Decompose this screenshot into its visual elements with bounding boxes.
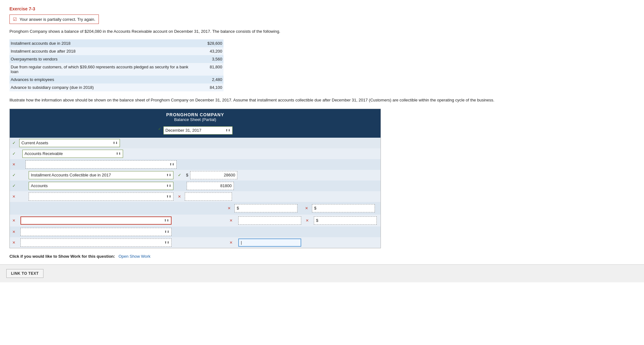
inst-value-check: ✓ (178, 173, 184, 177)
empty3-spinner-icon: ⬆⬇ (164, 230, 169, 233)
date-dropdown[interactable]: December 31, 2017 ⬆⬇ (163, 126, 233, 135)
accounts-check: ✓ (12, 183, 18, 188)
data-value-2: 43,200 (198, 48, 223, 54)
empty2-spinner-icon: ⬆⬇ (166, 195, 171, 198)
red-dropdown-spinner-icon: ⬆⬇ (164, 219, 169, 222)
bs-row-accounts: ✓ Accounts ⬆⬇ 81800 (10, 181, 381, 191)
inst-label: Installment Accounts Collectible due in … (31, 173, 111, 177)
empty4-right-x: ✕ (229, 240, 235, 245)
date-spinner-icon: ⬆⬇ (225, 129, 230, 132)
red-right-field2[interactable]: $ (314, 216, 377, 225)
bs-row-content-empty1: ✕ ⬆⬇ (12, 160, 378, 169)
data-value-6: 84,100 (198, 84, 223, 90)
bs-row-content-current-assets: ✓ Current Assets ⬆⬇ (12, 139, 378, 147)
bs-row-empty-3: ✕ ⬆⬇ (10, 227, 381, 237)
ar-label: Accounts Receivable (25, 151, 63, 156)
ar-dropdown[interactable]: Accounts Receivable ⬆⬇ (22, 150, 123, 158)
subtotal-right-field[interactable]: $ (312, 204, 375, 212)
accounts-value-field[interactable]: 81800 (187, 182, 234, 190)
empty4-dotted[interactable]: ⬆⬇ (20, 239, 172, 247)
bottom-bar: LINK TO TEXT (0, 264, 644, 282)
exercise-title: Exercise 7-3 (9, 6, 635, 11)
bs-row-content-empty3: ✕ ⬆⬇ (12, 228, 378, 236)
data-value-5: 2,480 (198, 77, 223, 83)
red-dropdown[interactable]: ⬆⬇ (20, 216, 172, 225)
data-row-4: Due from regular customers, of which $39… (9, 63, 223, 76)
sheet-type: Balance Sheet (Partial) (10, 117, 381, 122)
check-icon: ☑ (13, 17, 17, 22)
partial-correct-banner: ☑ Your answer is partially correct. Try … (9, 14, 99, 24)
empty2-dotted[interactable]: ⬆⬇ (29, 193, 173, 201)
subtotal-dollar-sign2: $ (314, 206, 317, 210)
bs-row-current-assets: ✓ Current Assets ⬆⬇ (10, 138, 381, 148)
accounts-dropdown[interactable]: Accounts ⬆⬇ (29, 182, 173, 190)
data-row-5: Advances to employees 2,480 (9, 76, 223, 83)
show-work-label: Click if you would like to Show Work for… (9, 254, 115, 259)
data-row-6: Advance to subsidiary company (due in 20… (9, 83, 223, 91)
ar-check: ✓ (12, 151, 18, 156)
subtotal-dollar-sign: $ (237, 206, 240, 210)
show-work-line: Click if you would like to Show Work for… (9, 254, 635, 259)
empty1-spinner-icon: ⬆⬇ (169, 163, 174, 166)
data-label-5: Advances to employees (9, 77, 198, 83)
data-label-4: Due from regular customers, of which $39… (9, 64, 198, 75)
data-row-2: Installment accounts due after 2018 43,2… (9, 47, 223, 55)
empty4-spinner-icon: ⬆⬇ (164, 241, 169, 244)
bs-row-content-accounts: ✓ Accounts ⬆⬇ 81800 (12, 182, 378, 190)
data-table: Installment accounts due in 2018 $28,600… (9, 39, 223, 91)
empty3-dotted[interactable]: ⬆⬇ (20, 228, 172, 236)
bs-row-empty-2: ✕ ⬆⬇ ✕ (10, 191, 381, 202)
subtotal-dollar-field[interactable]: $ (234, 204, 297, 212)
inst-dollar: $ (186, 173, 189, 177)
empty1-dotted[interactable]: ⬆⬇ (25, 160, 177, 169)
balance-sheet-container: PRONGHORN COMPANY Balance Sheet (Partial… (9, 109, 381, 248)
bs-row-accounts-receivable: ✓ Accounts Receivable ⬆⬇ (10, 148, 381, 159)
current-assets-dropdown[interactable]: Current Assets ⬆⬇ (19, 139, 120, 147)
empty1-x: ✕ (12, 162, 18, 167)
inst-dropdown[interactable]: Installment Accounts Collectible due in … (29, 171, 173, 179)
empty4-x: ✕ (12, 240, 18, 245)
inst-value-field[interactable]: 28600 (190, 171, 237, 179)
bs-row-content-inst: ✓ Installment Accounts Collectible due i… (12, 171, 378, 179)
data-label-3: Overpayments to vendors (9, 56, 198, 62)
bs-row-subtotal: ✕ $ ✕ $ (10, 202, 381, 215)
empty4-blue-field[interactable]: | (238, 239, 301, 247)
current-assets-spinner-icon: ⬆⬇ (113, 141, 118, 145)
bs-header: PRONGHORN COMPANY Balance Sheet (Partial… (10, 109, 381, 124)
red-right-field1[interactable] (238, 216, 301, 225)
company-name: PRONGHORN COMPANY (10, 112, 381, 117)
red-right-x2: ✕ (306, 218, 311, 223)
accounts-spinner-icon: ⬆⬇ (166, 184, 171, 187)
open-show-work-link[interactable]: Open Show Work (118, 254, 150, 259)
red-right-x1: ✕ (229, 218, 235, 223)
inst-check: ✓ (12, 173, 18, 177)
bs-body: ✓ Current Assets ⬆⬇ ✓ Accounts Receivabl… (10, 138, 381, 248)
empty2-x: ✕ (12, 194, 18, 199)
empty4-blue-cursor: | (241, 240, 242, 245)
bs-date-row: ✓ December 31, 2017 ⬆⬇ (10, 124, 381, 138)
data-label-6: Advance to subsidiary company (due in 20… (9, 84, 198, 90)
data-row-1: Installment accounts due in 2018 $28,600 (9, 39, 223, 47)
inst-spinner-icon: ⬆⬇ (166, 173, 171, 177)
data-value-4: 81,800 (198, 64, 223, 75)
accounts-label: Accounts (31, 183, 48, 188)
data-value-1: $28,600 (198, 40, 223, 46)
accounts-value: 81800 (220, 183, 232, 188)
empty2-right-dotted[interactable] (185, 193, 232, 201)
partial-correct-message: Your answer is partially correct. Try ag… (20, 17, 95, 22)
empty2-right-x: ✕ (178, 194, 184, 199)
data-label-2: Installment accounts due after 2018 (9, 48, 198, 54)
bs-row-red-dropdown: ✕ ⬆⬇ ✕ ✕ $ (10, 215, 381, 227)
bs-row-content-subtotal: ✕ $ ✕ $ (12, 204, 378, 212)
empty3-x: ✕ (12, 230, 18, 234)
current-assets-label: Current Assets (21, 141, 48, 145)
date-value: December 31, 2017 (166, 128, 201, 133)
subtotal-x2: ✕ (305, 206, 311, 210)
link-to-text-button[interactable]: LINK TO TEXT (6, 269, 43, 278)
date-check-icon: ✓ (158, 126, 161, 135)
inst-value: 28600 (224, 173, 235, 177)
description: Pronghorn Company shows a balance of $20… (9, 28, 635, 35)
red-x-mark: ✕ (12, 218, 18, 223)
red-right-dollar: $ (316, 218, 319, 223)
bs-row-installment-2017: ✓ Installment Accounts Collectible due i… (10, 170, 381, 181)
